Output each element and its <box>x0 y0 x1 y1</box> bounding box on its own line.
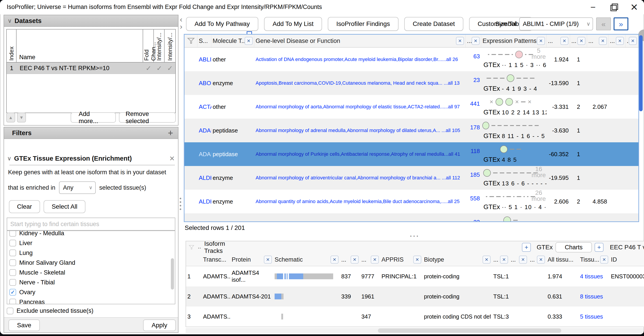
disease-link[interactable]: Abnormal morphology of adrenal medulla,A… <box>256 128 460 133</box>
select-all-button[interactable]: Select All <box>44 200 86 213</box>
toolbar-button[interactable]: Add To My Pathway <box>186 17 258 31</box>
col-extra2[interactable]: ...✕ <box>528 253 546 266</box>
filter-funnel-icon[interactable] <box>184 35 198 47</box>
tissue-list-item[interactable]: Muscle - Skeletal <box>7 268 175 278</box>
collapse-chevron-icon[interactable]: ∨ <box>8 17 12 24</box>
more-columns-label[interactable]: .. <box>198 243 201 250</box>
tissue-checkbox[interactable] <box>10 231 16 237</box>
col-appris[interactable]: APPRIS✕ <box>380 253 422 266</box>
col-length1[interactable]: ...✕ <box>340 253 360 266</box>
tissue-list-scrollbar[interactable] <box>171 258 174 290</box>
close-column-icon[interactable]: ✕ <box>330 256 338 264</box>
gene-symbol-link[interactable]: ALDH7A1 <box>199 198 211 205</box>
count-link[interactable]: 441 <box>470 100 480 107</box>
tissue-checkbox[interactable] <box>10 259 16 266</box>
gene-table-row[interactable]: ADAMTS4 peptidase Abnormal morphology of… <box>184 142 638 166</box>
remove-selected-button[interactable]: Remove selected <box>119 112 176 123</box>
close-column-icon[interactable]: ✕ <box>599 37 607 45</box>
enriched-mode-select[interactable]: Any ∨ <box>59 181 96 194</box>
disease-link[interactable]: Apoptosis,Breast carcinoma,COVID-19,Cuta… <box>256 80 460 86</box>
close-column-icon[interactable]: ✕ <box>413 256 421 264</box>
scrollbar-thumb[interactable] <box>639 35 643 111</box>
col-molecule-type[interactable]: Molecule T...✕ <box>211 35 254 47</box>
tissue-checkbox[interactable] <box>10 240 16 246</box>
tissues-link[interactable]: 8 tissues <box>580 293 603 300</box>
gene-table-row[interactable]: ALDH1A2 enzyme Abnormal morphology of at… <box>184 166 638 190</box>
datasets-header[interactable]: ∨ Datasets <box>4 15 178 27</box>
gene-symbol-link[interactable]: ACTA2 <box>199 103 211 110</box>
gene-symbol-link[interactable]: ABLIM1 <box>199 56 211 63</box>
col-symbol[interactable]: S... <box>198 35 211 47</box>
gene-symbol-link[interactable]: B3GNT7 <box>199 222 211 222</box>
gene-table-row[interactable]: ADAMTS1 peptidase Abnormal morphology of… <box>184 119 638 142</box>
close-column-icon[interactable]: ✕ <box>350 256 359 264</box>
col-biotype[interactable]: Biotype✕ <box>422 253 492 266</box>
col-protein[interactable]: Protein✕ <box>230 253 273 266</box>
close-column-icon[interactable]: ✕ <box>456 37 464 45</box>
count-link[interactable]: 558 <box>470 195 480 202</box>
count-link[interactable]: 118 <box>471 148 480 155</box>
apply-button[interactable]: Apply <box>143 320 176 331</box>
tissue-checkbox[interactable] <box>10 279 16 286</box>
close-column-icon[interactable]: ✕ <box>519 256 527 264</box>
tissues-link[interactable]: 5 tissues <box>580 313 603 320</box>
count-link[interactable]: 185 <box>470 171 480 178</box>
tissue-list-item[interactable]: Pancreas <box>7 297 175 304</box>
close-column-icon[interactable]: ✕ <box>537 37 545 45</box>
col-value1[interactable]: ...✕ <box>546 35 570 47</box>
add-column-icon[interactable]: + <box>594 243 604 252</box>
tissue-checkbox[interactable] <box>10 269 16 276</box>
scrollbar-thumb[interactable] <box>378 329 561 333</box>
disease-link[interactable]: Abnormal quantity of amino acids,Acute m… <box>256 199 460 204</box>
col-all-tissues[interactable]: All tissu... <box>546 253 579 266</box>
gene-table-row[interactable]: B3GNT7 enzyme Acute myeloid leukemia wit… <box>184 213 638 222</box>
dataset-row[interactable]: 1 EEC P46 T vs NT-TE RPKM>=10 ✓✓✓ <box>7 62 175 74</box>
splitter-handle-icon[interactable]: •••• <box>179 197 182 211</box>
col-value2[interactable]: ...✕ <box>570 35 587 47</box>
col-transcript[interactable]: Transc... <box>202 253 230 266</box>
tissues-link[interactable]: 4 tissues <box>580 273 603 280</box>
col-length2[interactable]: ...✕ <box>360 253 380 266</box>
clear-button[interactable]: Clear <box>9 200 40 213</box>
tissue-search-input[interactable] <box>7 221 175 228</box>
col-extra2[interactable]: ..✕ <box>626 35 638 47</box>
restore-icon[interactable] <box>609 3 618 12</box>
sidebar-collapse-handle[interactable]: ‹› <box>179 16 183 31</box>
close-column-icon[interactable]: ✕ <box>560 37 568 45</box>
gene-table-row[interactable]: ABLIM1 other Activation of DNA endogenou… <box>184 47 638 71</box>
close-column-icon[interactable]: ✕ <box>371 256 379 264</box>
close-column-icon[interactable]: ✕ <box>500 256 508 264</box>
close-column-icon[interactable]: ✕ <box>245 37 253 45</box>
panel-splitter-icon[interactable]: ⋯ <box>409 230 420 242</box>
add-column-icon[interactable]: + <box>522 243 531 252</box>
tissue-list-item[interactable]: Liver <box>7 238 175 248</box>
tissue-list-item[interactable]: Lung <box>7 248 175 258</box>
close-column-icon[interactable]: ✕ <box>600 256 608 264</box>
isoform-row[interactable]: 3 ADAMTS... 347 protein coding CDS not d… <box>186 307 644 327</box>
isoform-hscrollbar[interactable] <box>186 328 644 333</box>
close-icon[interactable]: ✕ <box>630 3 639 12</box>
add-more-button[interactable]: Add more... <box>71 112 116 123</box>
count-link[interactable]: 178 <box>470 124 480 131</box>
close-column-icon[interactable]: ✕ <box>264 256 272 264</box>
close-column-icon[interactable]: ✕ <box>629 37 637 45</box>
next-symbol-button[interactable]: » <box>614 17 628 30</box>
section-collapse-icon[interactable]: ∨ <box>7 155 12 162</box>
gene-table-scrollbar[interactable] <box>639 35 643 222</box>
prev-symbol-button[interactable]: « <box>596 17 611 30</box>
remove-filter-icon[interactable]: ✕ <box>169 155 175 162</box>
disease-link[interactable]: Abnormal morphology of atrioventricular … <box>256 175 460 181</box>
disease-link[interactable]: Abnormal morphology of aorta,Abnormal mo… <box>256 104 460 110</box>
close-column-icon[interactable]: ✕ <box>537 256 545 264</box>
tissue-list-item[interactable]: Minor Salivary Gland <box>7 258 175 268</box>
toolbar-button[interactable]: IsoProfiler Findings <box>328 17 398 31</box>
disease-link[interactable]: Abnormal morphology of Purkinje cells,An… <box>256 151 460 157</box>
move-down-button[interactable]: ▼ <box>17 113 26 122</box>
gene-table-row[interactable]: ACTA2 other Abnormal morphology of aorta… <box>184 95 638 119</box>
gene-table-row[interactable]: ABO enzyme Apoptosis,Breast carcinoma,CO… <box>184 71 638 95</box>
isoform-row[interactable]: 2 ADAMTS... ADAMTS4-201 339 1961 protein… <box>186 286 644 307</box>
col-value3[interactable]: ...✕ <box>587 35 608 47</box>
symbol-select[interactable]: ABLIM1 - CMIP (1/9) ∨ <box>519 17 593 30</box>
tissue-list-item[interactable]: Nerve - Tibial <box>7 278 175 287</box>
minimize-icon[interactable]: − <box>588 3 598 12</box>
